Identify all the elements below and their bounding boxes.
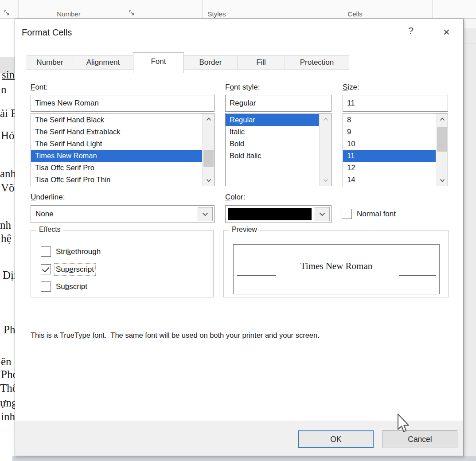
size-list: 8910111214 (343, 113, 448, 186)
scroll-down-icon[interactable] (436, 175, 448, 186)
cell-text-fragment: nh (0, 219, 11, 231)
color-swatch (228, 208, 312, 220)
strikethrough-checkbox[interactable] (41, 246, 51, 257)
tab-number[interactable]: Number (27, 55, 73, 70)
chevron-down-icon[interactable] (315, 207, 330, 221)
preview-group: Preview Times New Roman (223, 230, 449, 297)
effects-legend: Effects (36, 226, 63, 234)
font-style-option[interactable]: Regular (226, 114, 319, 126)
size-option[interactable]: 14 (343, 174, 436, 186)
underline-label: Underline: (31, 193, 65, 202)
tab-border[interactable]: Border (183, 55, 238, 70)
font-option[interactable]: The Serif Hand Black (31, 114, 202, 126)
preview-baseline-right (399, 275, 436, 276)
scroll-thumb[interactable] (203, 150, 214, 167)
dialog-launcher-icon[interactable] (4, 10, 11, 17)
font-option[interactable]: The Serif Hand Extrablack (31, 126, 202, 138)
normal-font-checkbox[interactable] (342, 209, 352, 219)
subscript-row[interactable]: Subscript (41, 281, 87, 292)
font-style-scrollbar[interactable] (319, 113, 331, 186)
font-style-option[interactable]: Bold (226, 138, 319, 150)
preview-baseline-left (237, 275, 276, 276)
cell-text-fragment: n (1, 83, 7, 96)
size-option[interactable]: 12 (343, 162, 436, 174)
font-style-input[interactable] (225, 95, 332, 112)
color-dropdown[interactable] (225, 205, 332, 223)
scroll-up-icon[interactable] (203, 113, 215, 125)
cell-text-fragment: sin (2, 69, 15, 81)
tab-protection[interactable]: Protection (285, 55, 349, 70)
preview-box: Times New Roman (233, 244, 440, 294)
color-label: Color: (225, 193, 245, 202)
tab-alignment[interactable]: Alignment (73, 55, 133, 70)
desktop-edge-band (12, 456, 476, 461)
truetype-note: This is a TrueType font. The same font w… (31, 331, 320, 340)
cell-text-fragment: Ph (4, 324, 15, 336)
size-input[interactable] (343, 95, 448, 112)
font-style-label: Font style: (225, 83, 260, 92)
superscript-row[interactable]: Superscript (41, 264, 94, 274)
tab-font[interactable]: Font (133, 52, 184, 73)
dialog-title: Format Cells (22, 27, 72, 38)
ribbon-group-styles: Styles (208, 10, 226, 18)
size-option[interactable]: 10 (343, 138, 436, 150)
underline-dropdown[interactable]: None (31, 205, 215, 223)
scroll-up-icon[interactable] (320, 113, 332, 125)
ribbon-separator (202, 0, 203, 18)
subscript-label[interactable]: Subscript (56, 282, 87, 291)
font-list: The Serif Hand BlackThe Serif Hand Extra… (31, 113, 215, 186)
preview-legend: Preview (229, 226, 260, 234)
font-option[interactable]: The Serif Hand Light (31, 138, 202, 150)
ribbon-group-cells: Cells (347, 10, 362, 18)
cell-text-fragment: inh (1, 410, 15, 423)
size-option[interactable]: 9 (343, 126, 436, 138)
cancel-button[interactable]: Cancel (382, 430, 457, 448)
font-list-scrollbar[interactable] (202, 113, 214, 186)
tab-fill[interactable]: Fill (237, 55, 285, 70)
worksheet-background-right (464, 19, 476, 457)
font-label: Font: (31, 83, 48, 92)
excel-ribbon-strip: Number Styles Cells (0, 0, 476, 19)
help-icon[interactable]: ? (408, 25, 414, 36)
superscript-label[interactable]: Superscript (56, 265, 94, 274)
scroll-up-icon[interactable] (436, 113, 448, 125)
screen: Number Styles Cells sin n ải B Hóa anh V… (0, 0, 476, 461)
normal-font-label[interactable]: Normal font (357, 210, 396, 219)
size-option[interactable]: 11 (343, 150, 436, 162)
worksheet-background-left: sin n ải B Hóa anh Võ, nh hệ Địn Ph ên P… (0, 19, 15, 461)
cell-text-fragment: anh (0, 168, 16, 180)
cell-text-fragment: ên (1, 356, 12, 368)
format-cells-dialog: Format Cells ? × Number Alignment Font B… (15, 19, 464, 456)
dialog-launcher-icon[interactable] (129, 10, 136, 17)
font-option[interactable]: Tisa Offc Serif Pro (31, 162, 202, 174)
tab-bar: Number Alignment Font Border Fill Protec… (27, 52, 349, 70)
strikethrough-label[interactable]: Strikethrough (56, 247, 101, 256)
cell-text-fragment: hệ (1, 232, 12, 245)
font-style-option[interactable]: Italic (226, 126, 319, 138)
ribbon-separator (18, 0, 19, 18)
subscript-checkbox[interactable] (41, 281, 51, 292)
ok-button[interactable]: OK (298, 430, 374, 448)
ribbon-group-number: Number (57, 10, 80, 18)
font-option[interactable]: Tisa Offc Serif Pro Thin (31, 174, 202, 186)
size-list-scrollbar[interactable] (436, 113, 448, 186)
strikethrough-row[interactable]: Strikethrough (41, 246, 101, 257)
ribbon-separator (432, 0, 433, 18)
font-style-list: RegularItalicBoldBold Italic (225, 113, 332, 186)
font-input[interactable] (31, 95, 215, 112)
effects-group: Effects Strikethrough Superscript Subscr… (31, 230, 214, 297)
size-label: Size: (343, 83, 359, 92)
superscript-checkbox[interactable] (41, 264, 51, 274)
dialog-footer: OK Cancel (15, 421, 463, 456)
close-icon[interactable]: × (443, 25, 450, 39)
size-option[interactable]: 8 (343, 114, 436, 126)
underline-value: None (35, 206, 54, 223)
scroll-thumb[interactable] (437, 127, 447, 152)
normal-font-checkbox-row[interactable]: Normal font (342, 209, 396, 219)
scroll-down-icon[interactable] (320, 175, 332, 186)
font-option[interactable]: Times New Roman (31, 150, 202, 162)
font-style-option[interactable]: Bold Italic (226, 150, 319, 162)
scroll-down-icon[interactable] (203, 175, 215, 186)
chevron-down-icon[interactable] (198, 207, 213, 221)
preview-sample-text: Times New Roman (234, 261, 439, 272)
